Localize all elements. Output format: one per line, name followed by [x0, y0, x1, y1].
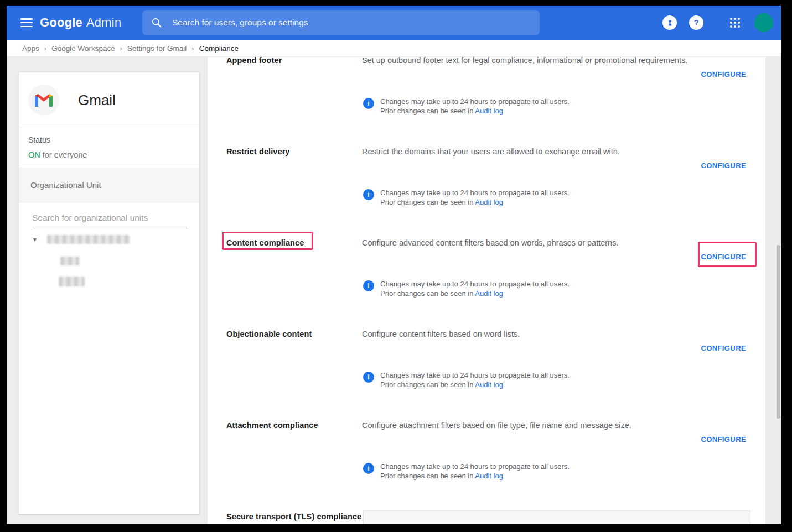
admin-search-bar[interactable]: [142, 10, 540, 35]
note-line2: Prior changes can be seen in Audit log: [380, 289, 570, 298]
menu-icon[interactable]: [20, 17, 33, 28]
note-line2: Prior changes can be seen in Audit log: [380, 106, 570, 116]
setting-title: Secure transport (TLS) compliance: [226, 512, 381, 521]
breadcrumb-current-compliance: Compliance: [199, 44, 239, 53]
info-icon: i: [363, 280, 374, 291]
org-unit-search-input[interactable]: [32, 211, 187, 227]
status-value: ON for everyone: [28, 150, 87, 159]
breadcrumb-google-workspace[interactable]: Google Workspace: [51, 44, 115, 53]
audit-log-link[interactable]: Audit log: [475, 198, 503, 206]
highlight-box-configure: [698, 242, 757, 267]
tls-setting-panel: [363, 510, 750, 524]
org-child-name-redacted[interactable]: [60, 257, 79, 265]
org-unit-search: [32, 211, 187, 227]
audit-log-link[interactable]: Audit log: [475, 472, 503, 480]
organizational-unit-label: Organizational Unit: [30, 180, 101, 190]
propagation-note: i Changes may take up to 24 hours to pro…: [363, 371, 570, 389]
note-line1: Changes may take up to 24 hours to propa…: [380, 279, 570, 289]
help-icon[interactable]: ?: [689, 15, 703, 30]
compliance-settings-list: Append footer Set up outbound footer tex…: [208, 57, 765, 524]
apps-grid-icon[interactable]: [730, 18, 740, 28]
setting-title: Append footer: [226, 57, 356, 65]
info-icon: i: [363, 463, 374, 474]
breadcrumb-settings-for-gmail[interactable]: Settings for Gmail: [127, 44, 187, 53]
logo-admin-text: Admin: [86, 15, 121, 30]
audit-log-link[interactable]: Audit log: [475, 380, 503, 389]
admin-console-window: Google Admin ? Apps › Google Workspace ›…: [7, 6, 781, 524]
search-icon: [151, 17, 162, 28]
setting-description: Configure attachment filters based on fi…: [362, 421, 727, 430]
chevron-right-icon: ›: [120, 44, 122, 53]
highlight-box-content-compliance: [222, 232, 313, 250]
setting-description: Configure advanced content filters based…: [362, 238, 727, 247]
scrollbar-thumb[interactable]: [777, 245, 780, 419]
note-line2: Prior changes can be seen in Audit log: [380, 471, 570, 481]
organizational-unit-section: Organizational Unit: [19, 168, 199, 202]
gmail-service-card: Gmail Status ON for everyone Organizatio…: [18, 72, 200, 514]
note-line1: Changes may take up to 24 hours to propa…: [380, 371, 570, 380]
org-tree-root[interactable]: ▼: [32, 235, 130, 244]
status-label: Status: [28, 135, 87, 144]
setting-row-attachment-compliance: Attachment compliance Configure attachme…: [208, 421, 765, 512]
app-bar: Google Admin ?: [7, 6, 781, 40]
setting-row-append-footer: Append footer Set up outbound footer tex…: [208, 57, 765, 147]
setting-row-content-compliance: Content compliance Configure advanced co…: [208, 238, 765, 330]
note-line2: Prior changes can be seen in Audit log: [380, 197, 570, 207]
scrollbar[interactable]: [765, 57, 781, 524]
configure-button[interactable]: CONFIGURE: [701, 70, 746, 79]
setting-title: Objectionable content: [226, 330, 356, 338]
user-avatar[interactable]: [754, 13, 773, 32]
propagation-note: i Changes may take up to 24 hours to pro…: [363, 97, 570, 116]
audit-log-link[interactable]: Audit log: [475, 107, 503, 115]
configure-button[interactable]: CONFIGURE: [701, 161, 746, 170]
propagation-note: i Changes may take up to 24 hours to pro…: [363, 279, 570, 298]
note-line1: Changes may take up to 24 hours to propa…: [380, 188, 570, 197]
note-line2: Prior changes can be seen in Audit log: [380, 380, 570, 389]
info-icon: i: [363, 372, 374, 383]
gmail-logo: [28, 85, 59, 116]
setting-description: Set up outbound footer text for legal co…: [362, 57, 727, 65]
setting-description: Configure content filters based on word …: [362, 330, 727, 338]
note-line1: Changes may take up to 24 hours to propa…: [380, 97, 570, 106]
logo-google-text: Google: [40, 15, 82, 30]
service-name: Gmail: [78, 92, 116, 109]
configure-button[interactable]: CONFIGURE: [701, 435, 746, 444]
propagation-note: i Changes may take up to 24 hours to pro…: [363, 462, 570, 481]
chevron-down-icon[interactable]: ▼: [32, 237, 38, 243]
chevron-right-icon: ›: [191, 44, 194, 53]
search-input[interactable]: [172, 18, 531, 28]
service-header: Gmail: [19, 72, 199, 128]
setting-row-restrict-delivery: Restrict delivery Restrict the domains t…: [208, 147, 765, 238]
configure-button[interactable]: CONFIGURE: [701, 344, 746, 352]
breadcrumb-apps[interactable]: Apps: [22, 44, 39, 53]
setting-row-objectionable-content: Objectionable content Configure content …: [208, 330, 765, 421]
info-icon: i: [363, 189, 374, 200]
google-admin-logo: Google Admin: [40, 6, 121, 40]
info-icon: i: [363, 98, 374, 109]
audit-log-link[interactable]: Audit log: [475, 289, 503, 298]
setting-title: Restrict delivery: [226, 147, 356, 156]
sidebar-region: Gmail Status ON for everyone Organizatio…: [7, 57, 208, 524]
propagation-note: i Changes may take up to 24 hours to pro…: [363, 188, 570, 207]
status-block: Status ON for everyone: [28, 135, 87, 159]
chevron-right-icon: ›: [44, 44, 46, 53]
note-line1: Changes may take up to 24 hours to propa…: [380, 462, 570, 471]
appbar-actions: ?: [662, 6, 773, 40]
status-on-badge: ON: [28, 150, 40, 159]
org-root-name-redacted[interactable]: [47, 235, 130, 244]
breadcrumb: Apps › Google Workspace › Settings for G…: [7, 40, 781, 57]
org-child-name-redacted[interactable]: [59, 277, 85, 286]
status-suffix: for everyone: [40, 150, 87, 159]
pending-tasks-icon[interactable]: [662, 15, 677, 30]
setting-title: Attachment compliance: [226, 421, 356, 430]
setting-description: Restrict the domains that your users are…: [362, 147, 727, 156]
